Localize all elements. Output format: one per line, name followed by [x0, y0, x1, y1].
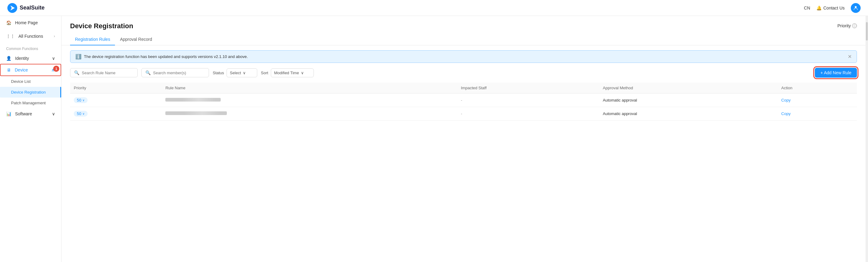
device-icon: 🖥: [7, 68, 11, 72]
header-right: CN 🔔 Contact Us: [804, 3, 861, 13]
priority-badge-2[interactable]: 50 ∨: [74, 111, 88, 117]
info-icon: ℹ️: [75, 54, 82, 60]
page-header: Device Registration Priority ⓘ: [61, 16, 866, 30]
col-action: Action: [778, 82, 857, 93]
lang-selector[interactable]: CN: [804, 5, 810, 10]
row1-impacted-staff: -: [457, 93, 599, 107]
row2-approval-method: Automatic approval: [599, 107, 778, 120]
logo-icon: [7, 3, 17, 13]
svg-point-2: [855, 6, 857, 8]
priority-dropdown-icon-1: ∨: [82, 99, 85, 102]
search-rule-input[interactable]: [82, 71, 125, 75]
chevron-down-icon: ∨: [52, 56, 55, 61]
row1-approval-method: Automatic approval: [599, 93, 778, 107]
info-banner-left: ℹ️ The device registration function has …: [75, 54, 248, 60]
contact-us-link[interactable]: 🔔 Contact Us: [816, 5, 845, 10]
top-header: SealSuite CN 🔔 Contact Us: [0, 0, 868, 16]
search-rule-icon: 🔍: [74, 70, 79, 75]
row2-action: Copy: [778, 107, 857, 120]
contact-icon: 🔔: [816, 5, 822, 10]
sidebar-item-all-functions[interactable]: ⋮⋮ All Functions ›: [0, 30, 61, 43]
search-member-input-wrap: 🔍: [142, 68, 209, 77]
status-select[interactable]: Select ∨: [226, 68, 257, 77]
main-content: Device Registration Priority ⓘ Registrat…: [61, 16, 866, 262]
software-icon: 📊: [6, 111, 11, 116]
chevron-right-icon: ›: [54, 34, 55, 38]
add-new-rule-button[interactable]: + Add New Rule: [815, 68, 857, 78]
user-avatar[interactable]: [851, 3, 861, 13]
priority-badge-1[interactable]: 50 ∨: [74, 97, 88, 103]
copy-link-1[interactable]: Copy: [781, 98, 790, 103]
col-priority: Priority: [70, 82, 162, 93]
chevron-down-icon-software: ∨: [52, 111, 55, 116]
priority-section: Priority ⓘ: [837, 23, 857, 28]
sidebar-item-device-registration[interactable]: Device Registration: [0, 87, 61, 98]
info-banner: ℹ️ The device registration function has …: [70, 50, 857, 63]
sort-chevron-icon: ∨: [301, 71, 304, 75]
priority-dropdown-icon-2: ∨: [82, 112, 85, 115]
logo-area: SealSuite: [7, 3, 44, 13]
copy-link-2[interactable]: Copy: [781, 111, 790, 116]
scrollbar-thumb: [866, 22, 868, 40]
tab-registration-rules[interactable]: Registration Rules: [70, 34, 115, 45]
blurred-rule-name-1: [165, 98, 221, 102]
row2-impacted-staff: -: [457, 107, 599, 120]
col-rule-name: Rule Name: [162, 82, 457, 93]
sidebar-item-home[interactable]: 🏠 Home Page: [0, 16, 61, 30]
rules-table: Priority Rule Name Impacted Staff Approv…: [70, 82, 857, 120]
blurred-rule-name-2: [165, 111, 227, 115]
sidebar-item-device-list[interactable]: Device List: [0, 76, 61, 87]
search-member-icon: 🔍: [145, 70, 151, 75]
sidebar-item-device[interactable]: 🖥 Device ∧: [0, 64, 61, 76]
logo-text: SealSuite: [20, 5, 44, 11]
search-member-input[interactable]: [153, 71, 196, 75]
body-layout: 🏠 Home Page ⋮⋮ All Functions › Common Fu…: [0, 16, 868, 262]
table-area: Priority Rule Name Impacted Staff Approv…: [61, 82, 866, 262]
info-banner-close[interactable]: ✕: [848, 54, 852, 60]
sidebar-item-identity[interactable]: 👤 Identity ∨: [0, 53, 61, 64]
sidebar: 🏠 Home Page ⋮⋮ All Functions › Common Fu…: [0, 16, 61, 262]
row1-rule-name: [162, 93, 457, 107]
col-approval-method: Approval Method: [599, 82, 778, 93]
search-rule-input-wrap: 🔍: [70, 68, 138, 77]
sort-filter: Sort Modified Time ∨: [261, 68, 314, 77]
grid-icon: ⋮⋮: [6, 34, 15, 39]
row2-priority: 50 ∨: [70, 107, 162, 120]
row1-action: Copy: [778, 93, 857, 107]
sidebar-item-patch-management[interactable]: Patch Management: [0, 98, 61, 108]
sidebar-item-software[interactable]: 📊 Software ∨: [0, 108, 61, 119]
right-scrollbar[interactable]: [866, 16, 868, 262]
table-row: 50 ∨ - Automatic approval: [70, 107, 857, 120]
home-icon: 🏠: [6, 20, 11, 25]
priority-info-icon[interactable]: ⓘ: [852, 23, 857, 28]
status-chevron-icon: ∨: [243, 71, 246, 75]
filter-bar: 🔍 🔍 Status Select ∨ Sort: [61, 68, 866, 82]
col-impacted-staff: Impacted Staff: [457, 82, 599, 93]
tab-approval-record[interactable]: Approval Record: [115, 34, 157, 45]
content-wrapper: Device Registration Priority ⓘ Registrat…: [61, 16, 868, 262]
tabs-bar: Registration Rules Approval Record: [61, 34, 866, 45]
status-filter: Status Select ∨: [213, 68, 257, 77]
section-label: Common Functions: [0, 43, 61, 53]
sort-select[interactable]: Modified Time ∨: [271, 68, 314, 77]
row2-rule-name: [162, 107, 457, 120]
device-badge: 1: [53, 66, 59, 72]
row1-priority: 50 ∨: [70, 93, 162, 107]
table-row: 50 ∨ - Automatic approval: [70, 93, 857, 107]
identity-icon: 👤: [6, 56, 11, 61]
page-title: Device Registration: [70, 22, 133, 30]
